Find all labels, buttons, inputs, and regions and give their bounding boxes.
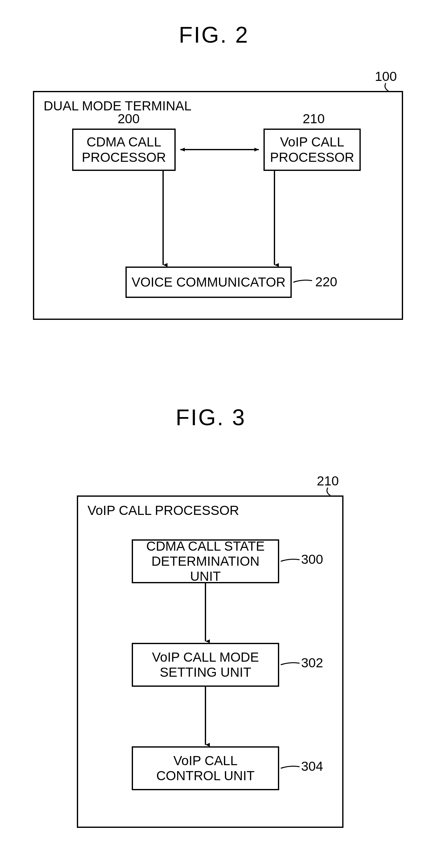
fig2-voip-ref: 210 <box>303 111 325 126</box>
fig3-outer-ref: 210 <box>317 473 339 489</box>
fig2-cdma-ref: 200 <box>118 111 139 126</box>
fig3-ctrl-ref: 304 <box>301 759 323 774</box>
fig3-ctrl-box: VoIP CALL CONTROL UNIT <box>132 746 279 790</box>
fig2-title: FIG. 2 <box>179 22 249 48</box>
fig2-voice-ref: 220 <box>315 274 337 289</box>
fig2-outer-ref: 100 <box>375 69 397 84</box>
fig2-voip-box: VoIP CALL PROCESSOR <box>263 129 361 171</box>
fig3-mode-ref: 302 <box>301 655 323 671</box>
fig2-voice-box: VOICE COMMUNICATOR <box>125 267 292 298</box>
fig3-title: FIG. 3 <box>176 405 246 430</box>
fig3-outer-label: VoIP CALL PROCESSOR <box>88 503 239 518</box>
fig3-state-box: CDMA CALL STATE DETERMINATION UNIT <box>132 539 279 583</box>
page: FIG. 2 100 DUAL MODE TERMINAL 200 CDMA C… <box>0 0 436 868</box>
fig2-cdma-box: CDMA CALL PROCESSOR <box>72 129 176 171</box>
fig3-mode-box: VoIP CALL MODE SETTING UNIT <box>132 643 279 687</box>
fig3-state-ref: 300 <box>301 552 323 567</box>
